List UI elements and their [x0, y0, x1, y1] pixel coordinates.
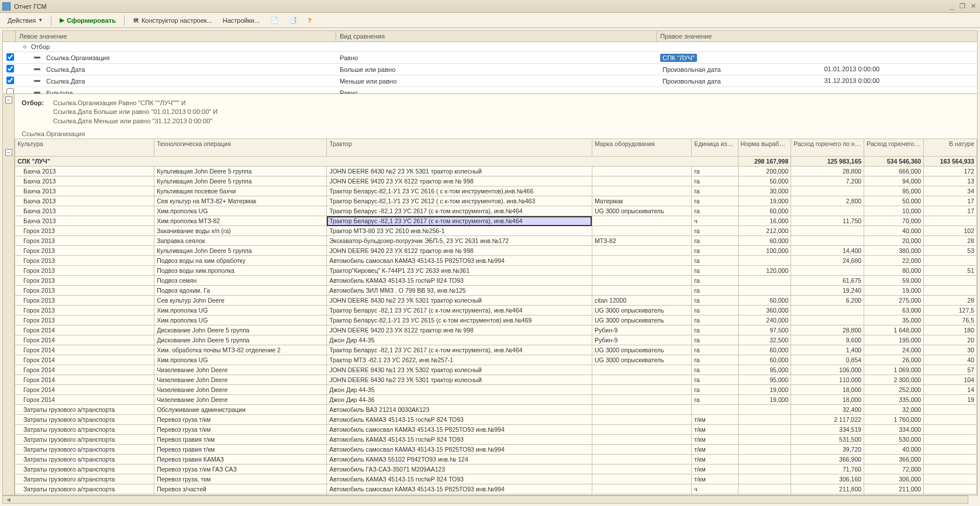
export-icon: 📑 [289, 16, 297, 24]
filter-checkbox[interactable] [3, 52, 16, 63]
filter-right-value [672, 46, 974, 47]
left-gutter: – – [3, 94, 15, 102]
filter-header: Левое значение Вид сравнения Правое знач… [3, 31, 977, 42]
filter-comparison [336, 46, 657, 48]
filter-left: ➖Ссылка.Организация [16, 53, 336, 63]
toolbar: Действия▼ ▶ Сформировать 🛠 Конструктор н… [0, 13, 980, 28]
filter-right [657, 45, 977, 48]
filter-right-value [704, 54, 974, 62]
col-left-value: Левое значение [16, 31, 336, 41]
help-icon: ? [308, 17, 312, 24]
maximize-button[interactable]: ❐ [958, 2, 967, 11]
chevron-down-icon: ▼ [38, 18, 43, 23]
filter-checkbox[interactable] [3, 46, 16, 48]
filter-rows: ⊖Отбор➖Ссылка.ОрганизацияРавноСПК "ЛУЧ"➖… [3, 42, 977, 99]
filter-row[interactable]: ➖Ссылка.ДатаМеньше или равноПроизвольная… [3, 75, 977, 87]
filter-right-value: 01.01.2013 0:00:00 [730, 65, 974, 74]
settings-constructor-button[interactable]: 🛠 Конструктор настроек... [129, 15, 216, 26]
filter-left: ➖Ссылка.Дата [16, 77, 336, 86]
settings-button[interactable]: Настройки... [219, 15, 264, 26]
filter-comparison: Равно [336, 53, 657, 63]
tool-icon-1[interactable]: 📄 [266, 15, 282, 26]
tool-icon-2[interactable]: 📑 [285, 15, 301, 26]
filter-label: Ссылка.Организация [46, 54, 109, 61]
filter-comparison: Меньше или равно [336, 77, 657, 86]
filter-right: СПК "ЛУЧ" [657, 53, 977, 63]
filter-label: Отбор [31, 43, 50, 50]
actions-menu[interactable]: Действия▼ [4, 15, 47, 26]
form-button[interactable]: ▶ Сформировать [56, 15, 120, 26]
wrench-icon: 🛠 [133, 17, 139, 24]
filter-label: Ссылка.Дата [46, 66, 85, 73]
minimize-button[interactable]: _ [947, 2, 957, 11]
filter-row[interactable]: ➖Ссылка.ДатаБольше или равноПроизвольная… [3, 64, 977, 75]
report-area: – – Отбор: Ссылка.Организация Равно "СПК… [2, 93, 978, 102]
minus-icon[interactable]: ⊖ [22, 44, 27, 50]
close-button[interactable]: ✕ [968, 2, 978, 11]
col-right-value: Правое значение [657, 31, 977, 41]
collapse-summary[interactable]: – [5, 96, 12, 102]
filter-tree-root[interactable]: ⊖Отбор [3, 42, 977, 52]
filter-label: Ссылка.Дата [46, 78, 85, 85]
filter-panel: Левое значение Вид сравнения Правое знач… [2, 30, 978, 99]
app-icon [2, 2, 11, 11]
filter-row[interactable]: ➖Ссылка.ОрганизацияРавноСПК "ЛУЧ" [3, 52, 977, 64]
summary-filter: Отбор: Ссылка.Организация Равно "СПК ""Л… [15, 94, 977, 102]
filter-checkbox[interactable] [3, 75, 16, 86]
filter-right-value: 31.12.2013 0:00:00 [730, 77, 974, 85]
help-button[interactable]: ? [303, 15, 316, 26]
play-icon: ▶ [60, 16, 64, 24]
filter-right-label: СПК "ЛУЧ" [660, 54, 697, 62]
filter-left: ⊖Отбор [16, 42, 336, 51]
filter-checkbox[interactable] [3, 64, 16, 75]
filter-right-label: Произвольная дата [660, 77, 723, 85]
filter-right: Произвольная дата01.01.2013 0:00:00 [657, 64, 977, 75]
filter-right: Произвольная дата31.12.2013 0:00:00 [657, 76, 977, 86]
dash-icon: ➖ [33, 54, 40, 61]
summary-line: Ссылка.Организация Равно "СПК ""ЛУЧ""" И [53, 99, 218, 102]
filter-right-label: Произвольная дата [660, 65, 723, 74]
window-title: Отчет ГСМ [14, 3, 47, 10]
page-icon: 📄 [270, 16, 278, 24]
report-body: Отбор: Ссылка.Организация Равно "СПК ""Л… [15, 94, 977, 102]
dash-icon: ➖ [33, 66, 40, 72]
filter-right-label [660, 46, 665, 47]
dash-icon: ➖ [33, 78, 40, 84]
filter-comparison: Больше или равно [336, 65, 657, 74]
filter-left: ➖Ссылка.Дата [16, 65, 336, 74]
col-comparison: Вид сравнения [336, 31, 657, 41]
title-bar: Отчет ГСМ _ ❐ ✕ [0, 0, 980, 13]
